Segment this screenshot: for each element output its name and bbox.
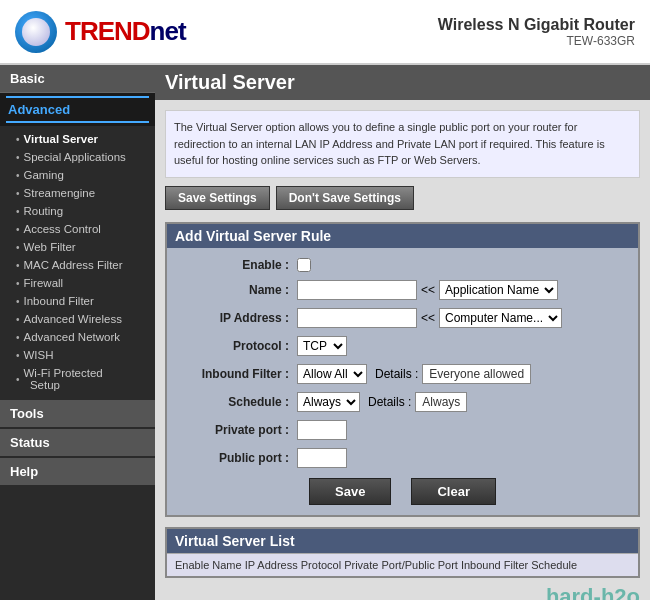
watermark: hard-h2o <box>546 584 640 601</box>
sidebar-help-label: Help <box>10 464 38 479</box>
logo-text: TRENDnet <box>65 16 186 47</box>
enable-label: Enable : <box>177 258 297 272</box>
name-row: Name : << Application Name <box>177 280 628 300</box>
ip-input[interactable] <box>297 308 417 328</box>
sidebar-tools-label: Tools <box>10 406 44 421</box>
ip-control: << Computer Name... <box>297 308 562 328</box>
sidebar-basic-label: Basic <box>10 71 45 86</box>
sidebar-item-mac-address-filter[interactable]: MAC Address Filter <box>0 256 155 274</box>
inbound-label: Inbound Filter : <box>177 367 297 381</box>
protocol-row: Protocol : TCP UDP Both <box>177 336 628 356</box>
action-buttons: Save Clear <box>177 478 628 505</box>
ip-dropdown[interactable]: Computer Name... <box>439 308 562 328</box>
schedule-dropdown[interactable]: Always <box>297 392 360 412</box>
public-port-control <box>297 448 347 468</box>
page-title: Virtual Server <box>155 65 650 100</box>
ip-address-row: IP Address : << Computer Name... <box>177 308 628 328</box>
product-name: Wireless N Gigabit Router <box>438 16 635 34</box>
virtual-server-list-box: Virtual Server List Enable Name IP Addre… <box>165 527 640 578</box>
schedule-details-label: Details : <box>368 395 411 409</box>
schedule-row: Schedule : Always Details : Always <box>177 392 628 412</box>
name-input[interactable] <box>297 280 417 300</box>
save-rule-button[interactable]: Save <box>309 478 391 505</box>
sidebar-nav: Virtual Server Special Applications Gami… <box>0 126 155 398</box>
public-port-input[interactable] <box>297 448 347 468</box>
schedule-details-value: Always <box>415 392 467 412</box>
logo-trend: TREND <box>65 16 150 46</box>
name-label: Name : <box>177 283 297 297</box>
model-number: TEW-633GR <box>438 34 635 48</box>
protocol-label: Protocol : <box>177 339 297 353</box>
inbound-details-label: Details : <box>375 367 418 381</box>
name-arrow: << <box>421 283 435 297</box>
list-header: Enable Name IP Address Protocol Private … <box>167 553 638 576</box>
protocol-control: TCP UDP Both <box>297 336 347 356</box>
sidebar-item-virtual-server[interactable]: Virtual Server <box>0 130 155 148</box>
sidebar-advanced-label: Advanced <box>0 98 155 121</box>
sidebar-item-firewall[interactable]: Firewall <box>0 274 155 292</box>
sidebar-item-wish[interactable]: WISH <box>0 346 155 364</box>
enable-row: Enable : <box>177 258 628 272</box>
sidebar-help[interactable]: Help <box>0 458 155 485</box>
save-settings-button[interactable]: Save Settings <box>165 186 270 210</box>
button-row: Save Settings Don't Save Settings <box>165 186 640 210</box>
main-content: Virtual Server The Virtual Server option… <box>155 65 650 600</box>
footer-area: hard-h2o Copyright © 2007 TRENDnet. All … <box>165 584 640 601</box>
protocol-dropdown[interactable]: TCP UDP Both <box>297 336 347 356</box>
header-product-info: Wireless N Gigabit Router TEW-633GR <box>438 16 635 48</box>
inbound-filter-row: Inbound Filter : Allow All Details : Eve… <box>177 364 628 384</box>
logo-net: net <box>150 16 186 46</box>
ip-label: IP Address : <box>177 311 297 325</box>
sidebar: Basic Advanced Virtual Server Special Ap… <box>0 65 155 600</box>
sidebar-status[interactable]: Status <box>0 429 155 456</box>
sidebar-item-web-filter[interactable]: Web Filter <box>0 238 155 256</box>
sidebar-item-routing[interactable]: Routing <box>0 202 155 220</box>
name-dropdown[interactable]: Application Name <box>439 280 558 300</box>
description: The Virtual Server option allows you to … <box>165 110 640 178</box>
sidebar-item-gaming[interactable]: Gaming <box>0 166 155 184</box>
sidebar-status-label: Status <box>10 435 50 450</box>
sidebar-item-special-applications[interactable]: Special Applications <box>0 148 155 166</box>
enable-checkbox[interactable] <box>297 258 311 272</box>
inbound-details-value: Everyone allowed <box>422 364 531 384</box>
schedule-label: Schedule : <box>177 395 297 409</box>
public-port-label: Public port : <box>177 451 297 465</box>
header: TRENDnet Wireless N Gigabit Router TEW-6… <box>0 0 650 65</box>
list-box-title: Virtual Server List <box>167 529 638 553</box>
sidebar-item-inbound-filter[interactable]: Inbound Filter <box>0 292 155 310</box>
sidebar-item-advanced-wireless[interactable]: Advanced Wireless <box>0 310 155 328</box>
logo: TRENDnet <box>15 11 186 53</box>
sidebar-item-access-control[interactable]: Access Control <box>0 220 155 238</box>
clear-rule-button[interactable]: Clear <box>411 478 496 505</box>
name-control: << Application Name <box>297 280 558 300</box>
schedule-control: Always Details : Always <box>297 392 467 412</box>
dont-save-settings-button[interactable]: Don't Save Settings <box>276 186 414 210</box>
ip-arrow: << <box>421 311 435 325</box>
sidebar-item-wifi-protected-setup[interactable]: Wi-Fi Protected Setup <box>0 364 155 394</box>
rule-box-title: Add Virtual Server Rule <box>167 224 638 248</box>
add-rule-box: Add Virtual Server Rule Enable : Name : … <box>165 222 640 517</box>
sidebar-item-streamengine[interactable]: Streamengine <box>0 184 155 202</box>
sidebar-item-advanced-network[interactable]: Advanced Network <box>0 328 155 346</box>
inbound-control: Allow All Details : Everyone allowed <box>297 364 531 384</box>
sidebar-tools[interactable]: Tools <box>0 400 155 427</box>
inbound-dropdown[interactable]: Allow All <box>297 364 367 384</box>
sidebar-basic[interactable]: Basic <box>0 65 155 93</box>
private-port-control <box>297 420 347 440</box>
main-layout: Basic Advanced Virtual Server Special Ap… <box>0 65 650 600</box>
enable-control <box>297 258 311 272</box>
private-port-row: Private port : <box>177 420 628 440</box>
logo-inner-circle <box>22 18 50 46</box>
private-port-input[interactable] <box>297 420 347 440</box>
public-port-row: Public port : <box>177 448 628 468</box>
logo-icon <box>15 11 57 53</box>
private-port-label: Private port : <box>177 423 297 437</box>
